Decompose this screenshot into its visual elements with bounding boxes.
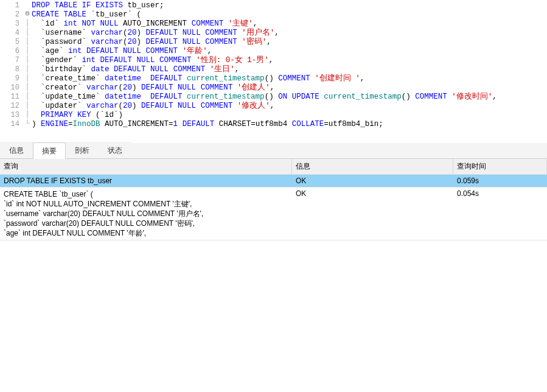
tab-info[interactable]: 信息 [0, 142, 33, 158]
line-number: 9 [0, 74, 23, 83]
line-number: 3 [0, 19, 23, 29]
fold-column: ⊟│││││││││││└ [23, 0, 32, 143]
sql-editor-pane[interactable]: 1234567891011121314 ⊟│││││││││││└ DROP T… [0, 0, 547, 143]
code-line[interactable]: `username` varchar(20) DEFAULT NULL COMM… [32, 29, 547, 38]
cell-info: OK [292, 187, 453, 240]
fold-branch-icon: │ [23, 111, 32, 120]
cell-info: OK [292, 175, 453, 187]
cell-time: 0.054s [453, 187, 547, 240]
code-line[interactable]: DROP TABLE IF EXISTS tb_user; [32, 1, 547, 10]
code-line[interactable]: `birthday` date DEFAULT NULL COMMENT '生日… [32, 65, 547, 74]
col-info[interactable]: 信息 [292, 159, 453, 174]
fold-branch-icon: │ [23, 102, 32, 111]
fold-branch-icon: │ [23, 38, 32, 47]
fold-empty [23, 1, 32, 10]
tab-profile[interactable]: 剖析 [66, 142, 99, 158]
code-line[interactable]: PRIMARY KEY (`id`) [32, 111, 547, 120]
line-number: 14 [0, 120, 23, 129]
fold-toggle-icon[interactable]: ⊟ [23, 10, 32, 19]
line-number: 7 [0, 56, 23, 65]
fold-branch-icon: │ [23, 74, 32, 83]
line-number: 11 [0, 93, 23, 102]
line-number: 12 [0, 102, 23, 111]
line-number-gutter: 1234567891011121314 [0, 0, 23, 143]
fold-branch-icon: │ [23, 93, 32, 102]
result-header-row: 查询 信息 查询时间 [0, 159, 547, 175]
code-line[interactable]: `updater` varchar(20) DEFAULT NULL COMME… [32, 102, 547, 111]
code-line[interactable]: `gender` int DEFAULT NULL COMMENT '性别: 0… [32, 56, 547, 65]
fold-branch-icon: │ [23, 56, 32, 65]
col-time[interactable]: 查询时间 [453, 159, 547, 174]
code-content[interactable]: DROP TABLE IF EXISTS tb_user;CREATE TABL… [32, 0, 547, 143]
results-grid[interactable]: 查询 信息 查询时间 DROP TABLE IF EXISTS tb_userO… [0, 159, 547, 390]
fold-branch-icon: │ [23, 65, 32, 74]
fold-branch-icon: │ [23, 29, 32, 38]
line-number: 4 [0, 29, 23, 38]
code-line[interactable]: CREATE TABLE `tb_user` ( [32, 10, 547, 19]
code-line[interactable]: `id` int NOT NULL AUTO_INCREMENT COMMENT… [32, 19, 547, 29]
code-line[interactable]: `create_time` datetime DEFAULT current_t… [32, 74, 547, 83]
line-number: 2 [0, 10, 23, 19]
code-line[interactable]: `update_time` datetime DEFAULT current_t… [32, 93, 547, 102]
fold-branch-icon: │ [23, 83, 32, 93]
result-row[interactable]: CREATE TABLE `tb_user` ( `id` int NOT NU… [0, 187, 547, 240]
col-query[interactable]: 查询 [0, 159, 292, 174]
line-number: 8 [0, 65, 23, 74]
result-tabs: 信息 摘要 剖析 状态 [0, 143, 547, 159]
code-line[interactable]: `age` int DEFAULT NULL COMMENT '年龄', [32, 47, 547, 56]
cell-query: CREATE TABLE `tb_user` ( `id` int NOT NU… [0, 187, 292, 240]
line-number: 5 [0, 38, 23, 47]
line-number: 1 [0, 1, 23, 10]
fold-branch-icon: │ [23, 19, 32, 29]
code-line[interactable]: ) ENGINE=InnoDB AUTO_INCREMENT=1 DEFAULT… [32, 120, 547, 129]
line-number: 10 [0, 83, 23, 93]
line-number: 13 [0, 111, 23, 120]
fold-branch-icon: │ [23, 47, 32, 56]
result-row[interactable]: DROP TABLE IF EXISTS tb_userOK0.059s [0, 175, 547, 187]
line-number: 6 [0, 47, 23, 56]
cell-query: DROP TABLE IF EXISTS tb_user [0, 175, 292, 187]
cell-time: 0.059s [453, 175, 547, 187]
tab-summary[interactable]: 摘要 [33, 142, 66, 159]
code-line[interactable]: `password` varchar(20) DEFAULT NULL COMM… [32, 38, 547, 47]
fold-end-icon: └ [23, 120, 32, 129]
tab-status[interactable]: 状态 [99, 142, 131, 158]
code-line[interactable]: `creator` varchar(20) DEFAULT NULL COMME… [32, 83, 547, 93]
